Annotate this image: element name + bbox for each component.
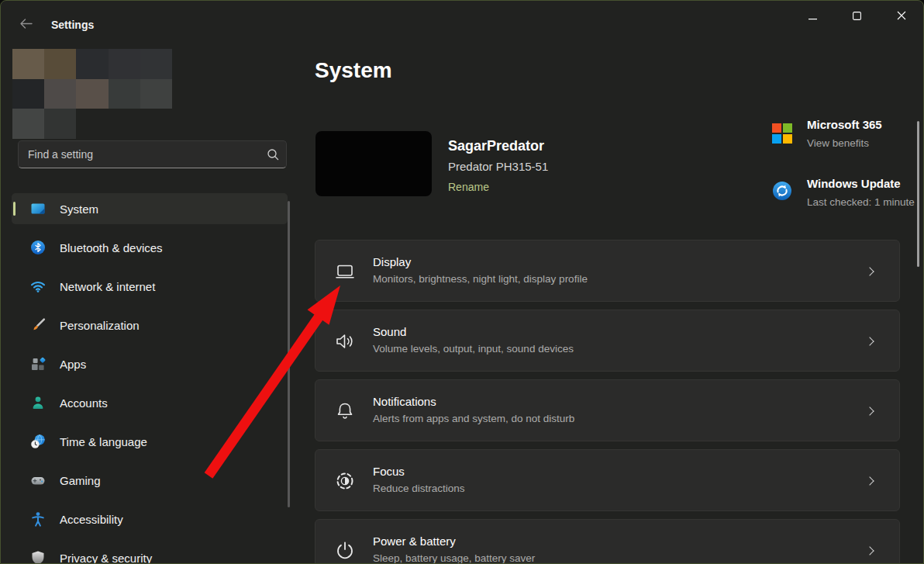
card-display[interactable]: Display Monitors, brightness, night ligh… bbox=[315, 240, 900, 302]
time-language-icon bbox=[30, 434, 46, 449]
sidebar-item-network-internet[interactable]: Network & internet bbox=[12, 271, 288, 302]
sidebar-item-label: Accessibility bbox=[60, 513, 123, 526]
sidebar-scrollbar[interactable] bbox=[288, 201, 290, 507]
card-power-battery[interactable]: Power & battery Sleep, battery usage, ba… bbox=[315, 519, 900, 564]
card-title: Notifications bbox=[373, 395, 436, 408]
power-icon bbox=[334, 540, 356, 562]
sidebar-item-label: Accounts bbox=[60, 396, 108, 410]
main-scrollbar[interactable] bbox=[917, 121, 919, 267]
privacy-security-icon bbox=[30, 550, 46, 564]
card-focus[interactable]: Focus Reduce distractions bbox=[315, 449, 900, 511]
chevron-right-icon bbox=[865, 407, 874, 415]
windows-update-icon bbox=[772, 181, 792, 201]
avatar-pixel bbox=[76, 49, 108, 79]
card-subtitle: Alerts from apps and system, do not dist… bbox=[373, 413, 574, 424]
microsoft-365-title: Microsoft 365 bbox=[807, 118, 882, 131]
card-title: Focus bbox=[373, 465, 405, 478]
accessibility-icon bbox=[30, 511, 46, 527]
sidebar-item-system[interactable]: System bbox=[12, 193, 288, 224]
avatar-pixel bbox=[44, 109, 76, 139]
close-button[interactable] bbox=[879, 1, 923, 32]
device-model: Predator PH315-51 bbox=[448, 160, 548, 173]
notifications-icon bbox=[334, 400, 356, 422]
focus-icon bbox=[334, 470, 356, 492]
search-icon[interactable] bbox=[260, 148, 286, 161]
back-arrow-icon bbox=[19, 18, 33, 33]
page-title: System bbox=[315, 58, 392, 83]
rename-link[interactable]: Rename bbox=[448, 181, 489, 193]
sidebar-item-label: Privacy & security bbox=[60, 552, 152, 564]
sidebar-item-bluetooth-devices[interactable]: Bluetooth & devices bbox=[12, 232, 288, 263]
avatar-pixel bbox=[109, 49, 140, 79]
maximize-button[interactable] bbox=[835, 1, 879, 32]
card-title: Power & battery bbox=[373, 535, 456, 548]
network-icon bbox=[30, 279, 46, 294]
avatar-pixel bbox=[109, 79, 140, 109]
avatar-pixel bbox=[12, 109, 44, 139]
system-icon bbox=[30, 201, 46, 216]
avatar-pixel bbox=[140, 49, 172, 79]
app-title: Settings bbox=[51, 19, 94, 31]
sidebar-item-time-language[interactable]: Time & language bbox=[12, 426, 288, 457]
sidebar-item-apps[interactable]: Apps bbox=[12, 348, 288, 379]
sidebar-item-label: Network & internet bbox=[60, 280, 155, 293]
bluetooth-icon bbox=[30, 240, 46, 255]
avatar-pixel bbox=[140, 79, 172, 109]
sidebar-item-accessibility[interactable]: Accessibility bbox=[12, 503, 288, 535]
sidebar-item-label: Time & language bbox=[60, 435, 147, 448]
sidebar-item-label: Personalization bbox=[60, 319, 140, 332]
sidebar-item-personalization[interactable]: Personalization bbox=[12, 310, 288, 341]
accounts-icon bbox=[30, 395, 46, 410]
sidebar-item-label: Gaming bbox=[60, 474, 101, 487]
card-title: Sound bbox=[373, 325, 406, 338]
card-title: Display bbox=[373, 255, 411, 268]
maximize-icon bbox=[853, 9, 861, 23]
display-icon bbox=[334, 261, 356, 282]
sidebar-item-accounts[interactable]: Accounts bbox=[12, 387, 288, 418]
card-subtitle: Reduce distractions bbox=[373, 483, 465, 494]
microsoft-logo-icon bbox=[772, 123, 792, 144]
sidebar-item-label: System bbox=[60, 202, 98, 216]
microsoft-365-subtitle: View benefits bbox=[807, 137, 869, 149]
sidebar-nav: System Bluetooth & devices Network & int… bbox=[12, 193, 288, 564]
window-controls bbox=[791, 1, 923, 32]
search-input[interactable] bbox=[19, 148, 260, 161]
search-box bbox=[18, 140, 287, 168]
chevron-right-icon bbox=[865, 267, 874, 275]
back-button[interactable] bbox=[13, 14, 38, 36]
card-subtitle: Volume levels, output, input, sound devi… bbox=[373, 343, 574, 355]
user-avatar-pixelated bbox=[12, 49, 204, 109]
avatar-pixel bbox=[12, 79, 44, 109]
card-subtitle: Sleep, battery usage, battery saver bbox=[373, 552, 535, 564]
card-notifications[interactable]: Notifications Alerts from apps and syste… bbox=[315, 379, 900, 441]
gaming-icon bbox=[30, 472, 46, 488]
chevron-right-icon bbox=[865, 546, 874, 555]
card-subtitle: Monitors, brightness, night light, displ… bbox=[373, 273, 588, 285]
minimize-icon bbox=[808, 9, 817, 23]
sound-icon bbox=[334, 330, 356, 352]
close-icon bbox=[897, 9, 906, 23]
avatar-pixel bbox=[12, 49, 44, 79]
apps-icon bbox=[30, 356, 46, 372]
sidebar-item-label: Apps bbox=[60, 358, 86, 371]
sidebar-item-label: Bluetooth & devices bbox=[60, 241, 163, 254]
personalization-icon bbox=[30, 317, 46, 333]
sidebar-item-privacy-security[interactable]: Privacy & security bbox=[12, 542, 288, 564]
windows-update-title: Windows Update bbox=[807, 177, 901, 190]
avatar-pixel bbox=[44, 79, 76, 109]
windows-update-status: Last checked: 1 minute bbox=[807, 196, 915, 208]
selected-accent-pill bbox=[13, 202, 16, 216]
chevron-right-icon bbox=[865, 337, 874, 345]
device-image bbox=[315, 131, 432, 196]
settings-window: Settings System bbox=[0, 0, 924, 564]
minimize-button[interactable] bbox=[791, 1, 835, 32]
avatar-pixel bbox=[76, 79, 108, 109]
card-sound[interactable]: Sound Volume levels, output, input, soun… bbox=[315, 310, 900, 372]
device-name: SagarPredator bbox=[448, 138, 544, 154]
sidebar-item-gaming[interactable]: Gaming bbox=[12, 465, 288, 496]
title-bar: Settings bbox=[1, 1, 923, 38]
avatar-pixel bbox=[44, 49, 76, 79]
chevron-right-icon bbox=[865, 476, 874, 485]
